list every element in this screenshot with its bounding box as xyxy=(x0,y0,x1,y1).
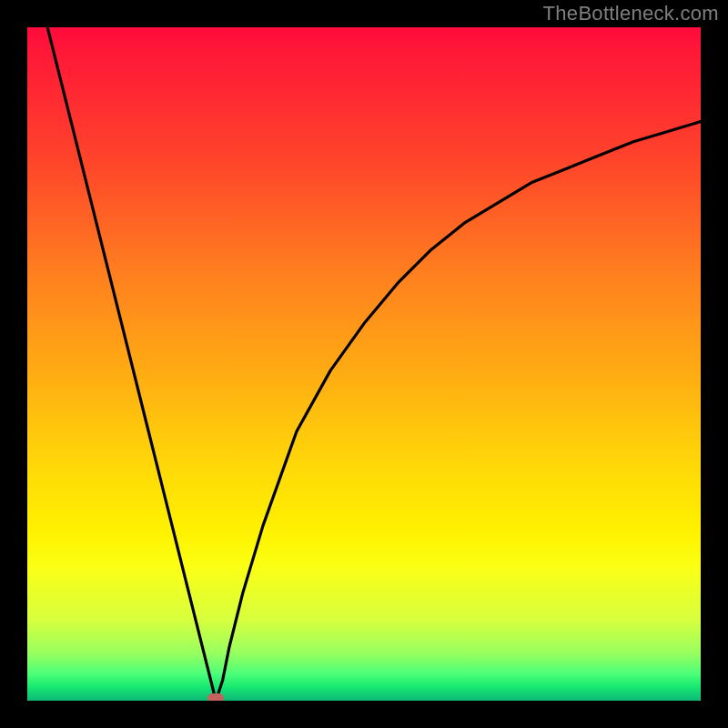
chart-frame: TheBottleneck.com xyxy=(0,0,728,728)
watermark-text: TheBottleneck.com xyxy=(543,2,719,25)
bottleneck-curve xyxy=(27,27,701,701)
plot-area xyxy=(27,27,701,701)
minimum-marker xyxy=(207,693,224,701)
